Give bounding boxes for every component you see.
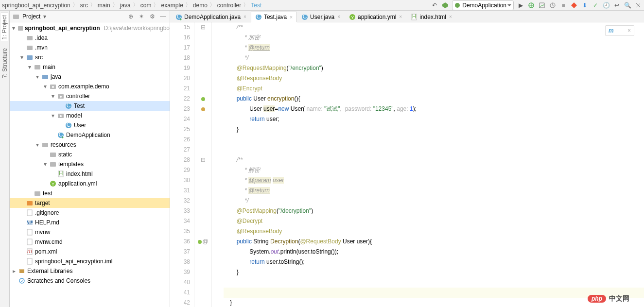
ext-libs-label: External Libraries (27, 268, 72, 274)
stop-icon[interactable]: ■ (559, 1, 567, 9)
inspections-widget[interactable]: m× (605, 25, 634, 36)
crumb[interactable]: src (80, 2, 88, 9)
git-icon[interactable] (570, 1, 578, 9)
rail-project[interactable]: 1: Project (1, 13, 8, 42)
tree-item--idea[interactable]: .idea (10, 33, 170, 43)
crumb[interactable]: Test (251, 2, 261, 9)
tree-item-target[interactable]: target (10, 198, 170, 208)
tab-user-java[interactable]: CUser.java× (297, 11, 345, 22)
rail-structure[interactable]: 7: Structure (1, 46, 8, 80)
scratches[interactable]: Scratches and Consoles (10, 276, 170, 286)
revert-icon[interactable]: ↩ (613, 1, 621, 9)
tree-item-label: model (66, 112, 82, 119)
find-icon[interactable]: 🔍 (624, 1, 631, 9)
crumb[interactable]: example (161, 2, 183, 9)
tree-item-label: com.example.demo (58, 83, 109, 90)
svg-point-27 (50, 181, 56, 187)
hide-icon[interactable]: — (159, 13, 167, 20)
run-icon[interactable]: ▶ (517, 1, 524, 9)
tree-item-label: .mvn (35, 44, 48, 51)
history-icon[interactable]: 🕘 (602, 1, 610, 9)
svg-rect-30 (27, 210, 32, 216)
crumb[interactable]: main (98, 2, 110, 9)
tree-item-label: resources (51, 141, 76, 148)
tab-index-html[interactable]: Hindex.html× (406, 11, 456, 22)
svg-rect-33 (27, 229, 32, 235)
tree-item-test[interactable]: test (10, 188, 170, 198)
tree-item-springboot-api-encryption-iml[interactable]: springboot_api_encryption.iml (10, 256, 170, 266)
tab-application-yml[interactable]: application.yml× (345, 11, 406, 22)
svg-rect-8 (35, 65, 40, 69)
build-icon[interactable] (441, 1, 449, 9)
tree-item-java[interactable]: ▾java (10, 72, 170, 82)
tree-item-index-html[interactable]: Hindex.html (10, 169, 170, 179)
tree-item-help-md[interactable]: MDHELP.md (10, 218, 170, 227)
svg-point-13 (60, 96, 62, 98)
tab-test-java[interactable]: CTest.java× (251, 12, 297, 22)
close-icon[interactable]: × (337, 14, 340, 19)
back-icon[interactable]: ↶ (431, 1, 438, 9)
tree-item-user[interactable]: CUser (10, 120, 170, 130)
close-icon[interactable]: × (290, 15, 293, 20)
tree-item-demoapplication[interactable]: CDemoApplication (10, 130, 170, 140)
svg-rect-4 (18, 26, 23, 31)
svg-text:m: m (27, 248, 32, 255)
close-icon[interactable]: × (244, 14, 246, 19)
coverage-icon[interactable] (538, 1, 546, 9)
tree-item-resources[interactable]: ▾resources (10, 140, 170, 150)
svg-text:H: H (412, 14, 417, 20)
chevron-down-icon[interactable]: ▾ (43, 13, 46, 20)
debug-icon[interactable] (527, 1, 535, 9)
tree-item-static[interactable]: static (10, 150, 170, 159)
tree-item-pom-xml[interactable]: mpom.xml (10, 247, 170, 256)
breadcrumb: springboot_api_encryption 〉src 〉main 〉ja… (2, 1, 429, 9)
editor-tabs: CDemoApplication.java×CTest.java×CUser.j… (170, 11, 644, 22)
crumb[interactable]: com (140, 2, 152, 9)
code-content[interactable]: /** * 加密 * @return */ @RequestMapping("/… (212, 22, 644, 307)
run-config-label: DemoApplication (462, 2, 506, 9)
tree-item-main[interactable]: ▾main (10, 62, 170, 72)
svg-rect-29 (27, 201, 33, 205)
svg-rect-28 (35, 191, 40, 196)
update-icon[interactable]: ⬇ (581, 1, 589, 9)
tree-item--gitignore[interactable]: .gitignore (10, 208, 170, 218)
project-tree[interactable]: ▾ springboot_api_encryption D:\java\ider… (10, 22, 170, 307)
tree-item--mvn[interactable]: .mvn (10, 43, 170, 52)
editor-area: CDemoApplication.java×CTest.java×CUser.j… (170, 11, 644, 307)
svg-point-50 (201, 97, 205, 101)
crumb[interactable]: controller (217, 2, 241, 9)
tree-item-application-yml[interactable]: application.yml (10, 179, 170, 188)
crumb[interactable]: demo (193, 2, 208, 9)
settings-icon[interactable] (634, 1, 642, 9)
expand-all-icon[interactable]: ✶ (138, 13, 145, 20)
svg-point-51 (201, 107, 205, 111)
tree-item-label: mvnw.cmd (35, 239, 63, 245)
external-libraries[interactable]: ▸ External Libraries (10, 266, 170, 276)
tree-item-label: target (35, 200, 50, 206)
close-icon[interactable]: × (449, 14, 452, 19)
tree-item-test[interactable]: CTest (10, 101, 170, 111)
gear-icon[interactable]: ⚙ (148, 13, 156, 20)
svg-point-40 (19, 278, 24, 283)
commit-icon[interactable]: ✓ (592, 1, 599, 9)
select-opened-icon[interactable]: ⊕ (127, 13, 135, 20)
tree-item-src[interactable]: ▾src (10, 52, 170, 62)
tree-item-templates[interactable]: ▾templates (10, 159, 170, 169)
profile-icon[interactable] (549, 1, 557, 9)
tree-item-label: application.yml (58, 180, 97, 187)
tree-item-controller[interactable]: ▾controller (10, 91, 170, 101)
tree-item-mvnw-cmd[interactable]: mvnw.cmd (10, 237, 170, 247)
run-config-select[interactable]: DemoApplication (452, 0, 514, 10)
tab-demoapplication-java[interactable]: CDemoApplication.java× (171, 11, 251, 22)
project-header: Project ▾ ⊕ ✶ ⚙ — (10, 11, 170, 22)
crumb[interactable]: java (120, 2, 131, 9)
tree-item-mvnw[interactable]: mvnw (10, 227, 170, 237)
tree-root-label: springboot_api_encryption (25, 25, 100, 32)
svg-point-17 (60, 115, 62, 117)
tree-item-com-example-demo[interactable]: ▾com.example.demo (10, 82, 170, 91)
code-editor[interactable]: 1516171819202122232425262728293031323334… (170, 22, 644, 307)
tree-root[interactable]: ▾ springboot_api_encryption D:\java\ider… (10, 23, 170, 33)
tree-item-model[interactable]: ▾model (10, 111, 170, 120)
tree-item-label: java (51, 73, 61, 80)
close-icon[interactable]: × (399, 14, 402, 19)
